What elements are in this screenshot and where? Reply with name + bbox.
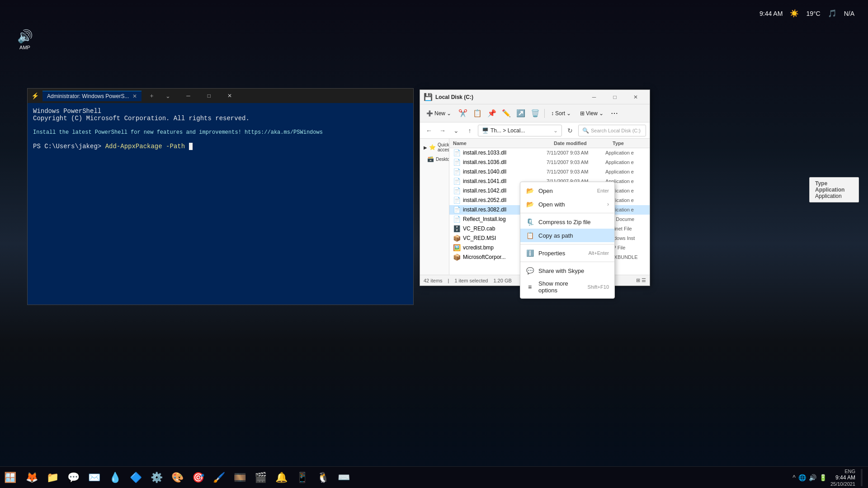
file-icon: 📄: [453, 197, 461, 204]
file-icon: 📦: [453, 253, 461, 261]
context-menu: 📂 Open Enter 📂 Open with › 🗜️ Compress t…: [520, 182, 615, 299]
taskbar-app7-icon[interactable]: 🎞️: [230, 468, 250, 488]
amp-icon: 🔊: [17, 29, 33, 44]
new-tab-btn[interactable]: ＋: [145, 92, 158, 100]
toolbar-separator: [544, 109, 545, 118]
view-dropdown-icon: ⌄: [599, 110, 604, 117]
ctx-item-icon: 📂: [526, 187, 534, 195]
ctx-item-label: Open with: [538, 201, 603, 208]
explorer-title-icon: 💾: [424, 93, 433, 101]
toolbar-copy-icon[interactable]: 📋: [471, 107, 484, 119]
file-icon: 📄: [453, 206, 461, 213]
explorer-addressbar: ← → ⌄ ↑ 🖥️ Th... > Local... ⌄ ↻ 🔍 Search…: [420, 122, 650, 139]
tray-network[interactable]: 🌐: [798, 474, 806, 481]
file-date: 7/11/2007 9:03 AM: [547, 160, 605, 165]
ps-prompt: PS C:\Users\jakeg>: [33, 143, 101, 150]
ctx-item-shortcut: Shift+F10: [588, 284, 609, 290]
taskbar-app11-icon[interactable]: 🐧: [313, 468, 333, 488]
ps-line3: [33, 122, 408, 129]
ctx-item-label: Show more options: [538, 280, 583, 294]
file-icon: 🖼️: [453, 244, 461, 251]
quick-access-icon: ⭐: [429, 144, 436, 150]
taskbar-app3-icon[interactable]: ⚙️: [146, 468, 166, 488]
taskbar-app2-icon[interactable]: 🔷: [126, 468, 146, 488]
sort-label: Sort: [555, 110, 565, 117]
context-menu-item[interactable]: 🗜️ Compress to Zip file: [520, 215, 614, 229]
taskbar-app8-icon[interactable]: 🎬: [250, 468, 270, 488]
toolbar-cut-icon[interactable]: ✂️: [457, 107, 469, 119]
tray-chevron[interactable]: ^: [793, 474, 796, 481]
ctx-item-arrow: ›: [607, 201, 609, 207]
context-menu-item[interactable]: ℹ️ Properties Alt+Enter: [520, 246, 614, 260]
close-tab-icon[interactable]: ✕: [132, 93, 137, 99]
recent-button[interactable]: ⌄: [451, 125, 462, 136]
file-icon: 📄: [453, 216, 461, 223]
table-row[interactable]: 📄 install.res.1036.dll 7/11/2007 9:03 AM…: [449, 158, 650, 167]
taskbar-app9-icon[interactable]: 🔔: [271, 468, 291, 488]
more-options-icon[interactable]: ⋯: [609, 107, 620, 119]
taskbar: 🪟 🦊 📁 💬 ✉️ 💧 🔷 ⚙️ 🎨 🎯 🖌️ 🎞️ 🎬 🔔 📱 🐧 ⌨️ ^…: [0, 466, 868, 488]
ctx-item-label: Copy as path: [538, 232, 609, 239]
quick-access-label: Quick access: [438, 142, 449, 152]
sidebar-item-desktop[interactable]: 🗃️ Desktop: [420, 154, 449, 164]
up-button[interactable]: ↑: [464, 125, 475, 136]
explorer-minimize-button[interactable]: ─: [584, 90, 604, 104]
status-items: 42 items: [424, 278, 443, 283]
ctx-item-icon: ℹ️: [526, 249, 534, 257]
taskbar-app6-icon[interactable]: 🖌️: [209, 468, 229, 488]
context-menu-item[interactable]: 💬 Share with Skype: [520, 264, 614, 277]
back-button[interactable]: ←: [424, 125, 434, 136]
quick-access-expand-icon: ▶: [424, 145, 427, 150]
toolbar-delete-icon[interactable]: 🗑️: [529, 107, 542, 119]
context-menu-item[interactable]: ≡ Show more options Shift+F10: [520, 277, 614, 296]
toolbar-paste-icon[interactable]: 📌: [486, 107, 498, 119]
start-button[interactable]: 🪟: [0, 468, 20, 488]
powershell-tab[interactable]: Administrator: Windows PowerS... ✕: [42, 91, 142, 101]
toolbar-rename-icon[interactable]: ✏️: [500, 107, 513, 119]
type-value: Application: [815, 193, 853, 199]
music-icon: 🎵: [828, 9, 837, 18]
taskbar-discord-icon[interactable]: 💬: [63, 468, 83, 488]
view-label: View: [586, 110, 598, 117]
sort-dropdown-icon: ⌄: [566, 110, 571, 117]
ctx-item-icon: 🗜️: [526, 218, 534, 226]
sort-button[interactable]: ↕️ Sort ⌄: [547, 108, 575, 118]
sidebar-item-quick-access[interactable]: ▶ ⭐ Quick access: [420, 141, 449, 154]
refresh-button[interactable]: ↻: [565, 125, 576, 136]
taskbar-files-icon[interactable]: 📁: [42, 468, 62, 488]
minimize-button[interactable]: ─: [178, 89, 198, 103]
taskbar-app12-icon[interactable]: ⌨️: [334, 468, 354, 488]
tray-battery[interactable]: 🔋: [819, 474, 827, 481]
toolbar-share-icon[interactable]: ↗️: [514, 107, 527, 119]
new-button[interactable]: ➕ New ⌄: [423, 108, 455, 118]
file-name: install.res.1040.dll: [463, 169, 547, 175]
context-menu-item[interactable]: 📂 Open with ›: [520, 197, 614, 211]
powershell-titlebar: ⚡ Administrator: Windows PowerS... ✕ ＋ ⌄…: [28, 89, 413, 103]
table-row[interactable]: 📄 install.res.1040.dll 7/11/2007 9:03 AM…: [449, 167, 650, 177]
taskbar-app4-icon[interactable]: 🎨: [167, 468, 187, 488]
tray-volume[interactable]: 🔊: [809, 474, 816, 481]
context-menu-item[interactable]: 📋 Copy as path: [520, 229, 614, 242]
table-row[interactable]: 📄 install.res.1033.dll 7/11/2007 9:03 AM…: [449, 148, 650, 158]
taskbar-app1-icon[interactable]: 💧: [105, 468, 125, 488]
explorer-close-button[interactable]: ✕: [625, 90, 646, 104]
taskbar-browser-icon[interactable]: 🦊: [22, 468, 42, 488]
file-icon: 📄: [453, 187, 461, 194]
forward-button[interactable]: →: [437, 125, 448, 136]
address-box[interactable]: 🖥️ Th... > Local... ⌄: [478, 125, 562, 136]
show-desktop-button[interactable]: [861, 469, 863, 486]
search-box[interactable]: 🔍 Search Local Disk (C:): [578, 125, 646, 136]
context-menu-item[interactable]: 📂 Open Enter: [520, 184, 614, 197]
taskbar-app5-icon[interactable]: 🎯: [188, 468, 208, 488]
maximize-button[interactable]: □: [198, 89, 219, 103]
taskbar-mail-icon[interactable]: ✉️: [84, 468, 104, 488]
taskbar-app10-icon[interactable]: 📱: [292, 468, 312, 488]
powershell-body[interactable]: Windows PowerShell Copyright (C) Microso…: [28, 103, 413, 305]
view-button[interactable]: ⊞ View ⌄: [576, 108, 607, 118]
column-date: Date modified: [550, 139, 609, 148]
close-button[interactable]: ✕: [219, 89, 240, 103]
explorer-maximize-button[interactable]: □: [604, 90, 625, 104]
tab-dropdown-btn[interactable]: ⌄: [162, 93, 174, 99]
view-toggle-icons[interactable]: ⊞ ☰: [636, 277, 646, 283]
desktop-icon-amp[interactable]: 🔊 AMP: [9, 27, 41, 52]
